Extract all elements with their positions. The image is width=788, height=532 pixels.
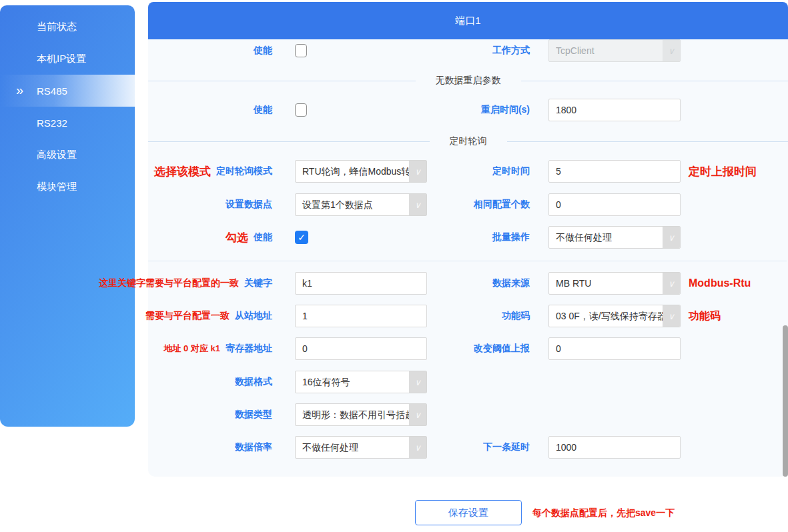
data-source-annotation-cell: Modbus-Rtu <box>689 272 788 295</box>
restart-enable-checkbox[interactable] <box>295 103 307 117</box>
batch-operation-value: 不做任何处理 <box>556 227 679 248</box>
next-delay-input[interactable] <box>548 436 681 459</box>
save-note: 每个数据点配置后，先把save一下 <box>532 507 675 519</box>
function-code-select[interactable]: 03 0F，读/写线保持寄存器 ∨ <box>548 305 681 327</box>
double-chevron-icon: » <box>16 83 22 97</box>
data-format-label-cell: 数据格式 <box>0 371 272 393</box>
threshold-label-cell: 改变阈值上报 <box>347 337 530 360</box>
sidebar: 当前状态 本机IP设置 » RS485 RS232 高级设置 模块管理 <box>0 5 135 427</box>
scrollbar-thumb[interactable] <box>783 325 788 477</box>
data-source-select[interactable]: MB RTU ∨ <box>548 272 681 295</box>
slave-address-annotation: 需要与平台配置一致 <box>145 310 230 322</box>
divider-line <box>148 81 416 81</box>
data-rate-label: 数据倍率 <box>235 441 272 453</box>
function-code-annotation: 功能码 <box>689 309 721 323</box>
sidebar-item-label: RS485 <box>37 85 67 97</box>
function-code-annotation-cell: 功能码 <box>689 305 788 327</box>
keyword-annotation: 这里关键字需要与平台配置的一致 <box>99 277 239 289</box>
data-source-label-cell: 数据来源 <box>347 272 530 295</box>
next-delay-label-cell: 下一条延时 <box>347 436 530 459</box>
chevron-down-icon: ∨ <box>663 227 680 248</box>
poll-mode-annotation: 选择该模式 <box>154 164 211 179</box>
sidebar-item-label: 高级设置 <box>37 149 77 161</box>
threshold-label: 改变阈值上报 <box>474 343 530 355</box>
change-threshold-input[interactable] <box>548 337 681 360</box>
chevron-down-icon: ∨ <box>663 40 680 61</box>
restart-enable-label: 使能 <box>254 104 272 116</box>
enable2-checkbox[interactable]: ✓ <box>295 231 308 244</box>
enable-label: 使能 <box>254 45 272 57</box>
register-address-annotation: 地址 0 对应 k1 <box>163 343 220 355</box>
poll-time-annotation-cell: 定时上报时间 <box>689 160 788 183</box>
poll-time-label-cell: 定时时间 <box>347 160 530 183</box>
poll-mode-label: 定时轮询模式 <box>216 165 272 177</box>
batch-label-cell: 批量操作 <box>347 226 530 249</box>
enable-checkbox[interactable] <box>295 44 307 57</box>
batch-operation-select[interactable]: 不做任何处理 ∨ <box>548 226 681 249</box>
divider-line <box>148 141 430 142</box>
sidebar-item-current-status[interactable]: 当前状态 <box>0 11 135 43</box>
data-format-value: 16位有符号 <box>302 371 425 393</box>
next-delay-label: 下一条延时 <box>483 441 530 453</box>
keyword-label-cell: 这里关键字需要与平台配置的一致 关键字 <box>0 272 272 295</box>
data-type-label-cell: 数据类型 <box>0 403 272 426</box>
section-poll-divider: 定时轮询 <box>148 133 788 150</box>
poll-time-input[interactable] <box>548 160 681 183</box>
work-mode-label-cell: 工作方式 <box>347 39 530 62</box>
data-source-label: 数据来源 <box>492 277 530 289</box>
check-icon: ✓ <box>298 232 306 243</box>
restart-time-label: 重启时间(s) <box>481 104 530 116</box>
chevron-down-icon: ∨ <box>663 305 680 327</box>
enable2-annotation: 勾选 <box>226 230 248 245</box>
data-source-annotation: Modbus-Rtu <box>689 277 751 289</box>
sidebar-item-label: 当前状态 <box>37 21 77 33</box>
same-count-label: 相同配置个数 <box>474 199 530 211</box>
poll-mode-label-cell: 选择该模式 定时轮询模式 <box>0 160 272 183</box>
data-format-select[interactable]: 16位有符号 ∨ <box>295 371 427 393</box>
function-code-value: 03 0F，读/写线保持寄存器 <box>556 305 679 327</box>
function-code-label: 功能码 <box>502 310 530 322</box>
work-mode-value: TcpClient <box>556 40 679 61</box>
keyword-label: 关键字 <box>244 277 272 289</box>
chevron-down-icon: ∨ <box>409 371 426 393</box>
work-mode-label: 工作方式 <box>492 45 530 57</box>
chevron-down-icon: ∨ <box>663 273 680 294</box>
enable2-label-cell: 勾选 使能 <box>0 226 272 249</box>
datapoint-label-cell: 设置数据点 <box>0 193 272 216</box>
data-source-value: MB RTU <box>556 273 679 294</box>
function-code-label-cell: 功能码 <box>347 305 530 327</box>
restart-time-label-cell: 重启时间(s) <box>347 99 530 121</box>
restart-time-input[interactable] <box>548 99 681 121</box>
data-format-label: 数据格式 <box>235 376 272 388</box>
section-restart-title: 无数据重启参数 <box>436 75 501 87</box>
restart-enable-label-cell: 使能 <box>0 99 272 121</box>
section-restart-divider: 无数据重启参数 <box>148 72 788 89</box>
enable-label-cell: 使能 <box>0 39 272 62</box>
slave-address-label-cell: 需要与平台配置一致 从站地址 <box>0 305 272 327</box>
panel-header: 端口1 <box>148 2 788 39</box>
separator-line <box>148 261 787 261</box>
data-rate-label-cell: 数据倍率 <box>0 436 272 459</box>
datapoint-label: 设置数据点 <box>226 199 272 211</box>
poll-time-annotation: 定时上报时间 <box>689 164 757 179</box>
section-poll-title: 定时轮询 <box>450 135 487 147</box>
save-button[interactable]: 保存设置 <box>415 500 522 525</box>
register-address-label-cell: 地址 0 对应 k1 寄存器地址 <box>0 337 272 360</box>
register-address-label: 寄存器地址 <box>226 343 272 355</box>
page: 当前状态 本机IP设置 » RS485 RS232 高级设置 模块管理 端口1 <box>0 0 788 532</box>
slave-address-label: 从站地址 <box>235 310 272 322</box>
chevron-down-icon: ∨ <box>409 404 426 425</box>
poll-time-label: 定时时间 <box>492 165 530 177</box>
same-count-label-cell: 相同配置个数 <box>347 193 530 216</box>
enable2-label: 使能 <box>254 231 272 243</box>
data-type-select[interactable]: 透明形：数据不用引号括起 ∨ <box>295 403 427 426</box>
page-title: 端口1 <box>455 15 480 27</box>
divider-line <box>507 141 788 142</box>
data-type-label: 数据类型 <box>235 409 272 421</box>
work-mode-select[interactable]: TcpClient ∨ <box>548 39 681 62</box>
data-type-value: 透明形：数据不用引号括起 <box>302 404 425 425</box>
divider-line <box>521 81 788 81</box>
batch-label: 批量操作 <box>492 231 530 243</box>
same-config-count-input[interactable] <box>548 193 681 216</box>
